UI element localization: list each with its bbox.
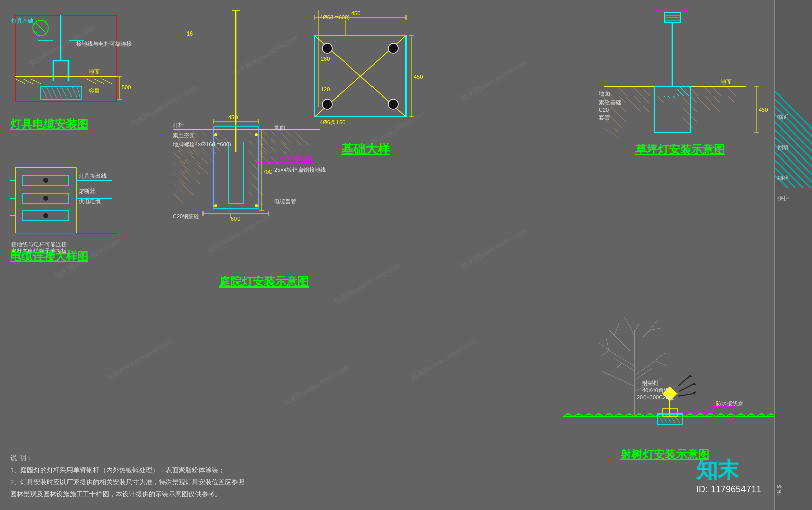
svg-line-195 xyxy=(712,87,727,103)
svg-text:灯具基础: 灯具基础 xyxy=(11,18,33,24)
cable-detail-title: 电缆连接大样图 xyxy=(10,249,88,264)
svg-line-178 xyxy=(649,87,664,103)
svg-line-23 xyxy=(67,87,72,98)
svg-text:16: 16 xyxy=(187,30,193,37)
svg-text:灯具接出线: 灯具接出线 xyxy=(79,173,107,179)
svg-line-239 xyxy=(624,317,629,325)
svg-line-224 xyxy=(614,323,619,335)
svg-line-196 xyxy=(720,87,735,103)
corner-text: IR $ xyxy=(776,485,782,495)
svg-text:灯杆: 灯杆 xyxy=(173,122,184,128)
svg-rect-17 xyxy=(41,86,81,99)
svg-line-246 xyxy=(645,368,652,373)
svg-line-182 xyxy=(626,97,641,112)
svg-line-197 xyxy=(727,87,742,103)
svg-line-89 xyxy=(270,131,286,145)
svg-text:素土夯实: 素土夯实 xyxy=(173,132,195,138)
svg-text:40X40角钢: 40X40角钢 xyxy=(642,387,669,393)
svg-line-188 xyxy=(611,117,626,132)
svg-line-230 xyxy=(601,350,609,356)
svg-text:25×4镀锌扁铜接地线: 25×4镀锌扁铜接地线 xyxy=(274,167,326,173)
notes-item-3: 园林景观及园林设施施工工十样图，本设计提供的示装示意图仅供参考。 xyxy=(10,488,304,500)
svg-line-96 xyxy=(270,140,286,154)
svg-line-25 xyxy=(77,87,80,98)
watermark-5: 知末网www.znzmo.com xyxy=(459,58,528,103)
svg-point-113 xyxy=(214,204,217,207)
svg-line-97 xyxy=(278,140,293,154)
svg-line-199 xyxy=(689,97,704,112)
svg-text:地脚螺栓4×Ø16(L=600): 地脚螺栓4×Ø16(L=600) xyxy=(172,141,231,147)
svg-text:射树灯: 射树灯 xyxy=(642,380,659,386)
lawn-install-title: 草坪灯安装示意图 xyxy=(635,142,725,157)
svg-text:4Ø6(L=600): 4Ø6(L=600) xyxy=(320,14,350,20)
svg-line-211 xyxy=(680,87,689,97)
svg-text:C20: C20 xyxy=(599,107,609,113)
svg-line-208 xyxy=(665,87,675,98)
tree-light-diagram: 射树灯 40X40角钢 200×300C20砼 防水接线盒 射树灯安装示意图 xyxy=(563,305,766,457)
svg-line-198 xyxy=(682,97,697,112)
sidebar-label-保护: 保护 xyxy=(777,193,789,203)
svg-text:200×300C20砼: 200×300C20砼 xyxy=(637,394,674,400)
svg-line-206 xyxy=(656,87,665,97)
svg-line-222 xyxy=(614,335,634,356)
svg-line-185 xyxy=(611,107,626,122)
svg-rect-190 xyxy=(683,86,746,137)
svg-point-144 xyxy=(322,43,332,53)
svg-line-189 xyxy=(603,127,618,137)
svg-point-40 xyxy=(43,213,48,218)
svg-text:地面: 地面 xyxy=(720,79,732,85)
svg-line-235 xyxy=(601,371,612,376)
svg-line-238 xyxy=(629,325,634,335)
svg-line-234 xyxy=(612,376,634,386)
notes-title: 说 明： xyxy=(10,452,304,464)
svg-line-22 xyxy=(62,87,67,98)
svg-line-223 xyxy=(604,325,614,335)
svg-line-202 xyxy=(682,107,697,122)
svg-text:防水接线盒: 防水接线盒 xyxy=(716,400,743,406)
sidebar-label-回填: 回填 xyxy=(777,142,789,152)
svg-line-88 xyxy=(263,131,278,145)
svg-text:地面: 地面 xyxy=(274,124,285,131)
svg-rect-0 xyxy=(15,15,117,102)
svg-line-203 xyxy=(689,107,704,122)
zhimo-id: ID: 1179654711 xyxy=(696,484,761,495)
svg-line-232 xyxy=(655,353,665,361)
svg-line-201 xyxy=(704,97,720,112)
svg-text:套管: 套管 xyxy=(599,114,610,120)
svg-line-194 xyxy=(704,87,720,103)
notes-section: 说 明： 1、庭园灯的灯杆采用单臂钢杆（内外热镀锌处理），表面聚脂粉体涂装； 2… xyxy=(10,452,304,500)
svg-text:L=2500接地极: L=2500接地极 xyxy=(277,155,312,161)
svg-text:450: 450 xyxy=(351,10,360,16)
svg-point-145 xyxy=(388,43,398,53)
svg-line-252 xyxy=(678,394,693,396)
svg-line-204 xyxy=(682,117,697,132)
foundation-detail-title: 基础大样 xyxy=(341,141,390,157)
zhimo-logo: 知末 xyxy=(696,456,761,484)
svg-line-62 xyxy=(216,131,228,142)
svg-text:4Ø6@150: 4Ø6@150 xyxy=(320,119,345,125)
svg-text:电缆套管: 电缆套管 xyxy=(274,198,296,204)
svg-point-111 xyxy=(214,133,217,136)
svg-point-38 xyxy=(43,178,48,183)
svg-text:450: 450 xyxy=(228,114,238,120)
cable-install-title: 灯具电缆安装图 xyxy=(10,117,88,132)
svg-rect-205 xyxy=(655,86,690,132)
svg-line-207 xyxy=(660,87,670,98)
svg-line-84 xyxy=(170,201,180,211)
svg-line-186 xyxy=(618,107,633,122)
svg-point-112 xyxy=(255,133,258,136)
svg-line-176 xyxy=(633,87,649,103)
svg-line-233 xyxy=(655,361,667,366)
svg-marker-253 xyxy=(688,375,693,377)
watermark-12: 知末网www.znzmo.com xyxy=(409,337,478,382)
svg-text:地面: 地面 xyxy=(88,69,100,75)
svg-point-147 xyxy=(388,99,398,109)
svg-line-24 xyxy=(72,87,77,98)
svg-text:700: 700 xyxy=(263,169,272,175)
svg-line-251 xyxy=(679,384,694,391)
svg-text:容量: 容量 xyxy=(89,88,100,94)
svg-text:熔断器: 熔断器 xyxy=(79,188,95,194)
cable-detail-diagram: 灯具接出线 接地线与电杆可靠连接 电杆内电缆端子连接板 熔断器 供电电缆 电缆连… xyxy=(10,157,152,259)
svg-line-87 xyxy=(255,131,270,145)
svg-line-86 xyxy=(248,131,263,145)
